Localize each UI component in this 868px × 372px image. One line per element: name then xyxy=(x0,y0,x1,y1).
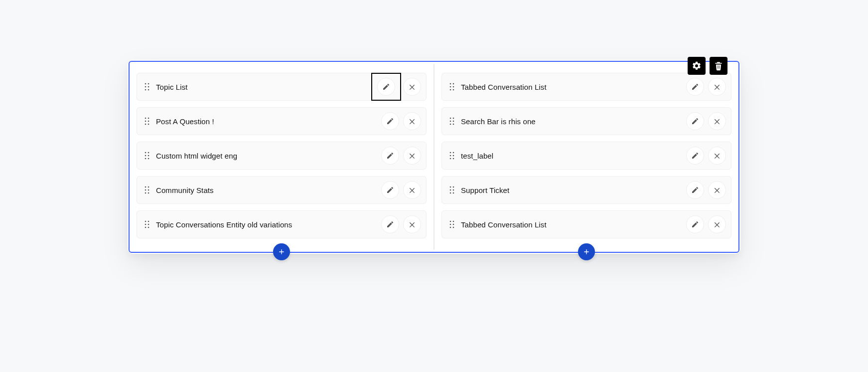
edit-button[interactable] xyxy=(686,181,704,199)
row-actions xyxy=(381,112,421,130)
pencil-icon xyxy=(386,117,394,125)
remove-button[interactable] xyxy=(403,215,421,233)
close-icon xyxy=(408,117,416,125)
focused-edit-wrapper xyxy=(371,73,401,101)
close-icon xyxy=(713,152,721,160)
remove-button[interactable] xyxy=(708,147,726,165)
trash-icon xyxy=(714,61,723,71)
close-icon xyxy=(713,83,721,91)
edit-button[interactable] xyxy=(377,78,395,96)
widget-label: test_label xyxy=(461,152,686,160)
pencil-icon xyxy=(691,186,699,194)
row-actions xyxy=(686,112,726,130)
row-actions xyxy=(686,181,726,199)
close-icon xyxy=(408,220,416,228)
drag-handle-icon[interactable] xyxy=(144,186,150,194)
layout-editor-card: Topic List Post A Questi xyxy=(128,60,740,254)
row-actions xyxy=(381,147,421,165)
add-widget-button-left[interactable] xyxy=(273,243,290,260)
widget-label: Tabbed Conversation List xyxy=(461,83,686,91)
row-actions xyxy=(381,181,421,199)
widget-label: Search Bar is rhis one xyxy=(461,117,686,126)
widget-label: Custom html widget eng xyxy=(156,152,381,160)
close-icon xyxy=(408,186,416,194)
drag-handle-icon[interactable] xyxy=(144,220,150,229)
widget-row[interactable]: Post A Question ! xyxy=(137,107,427,135)
widget-row[interactable]: Community Stats xyxy=(137,176,427,204)
edit-button[interactable] xyxy=(686,147,704,165)
widget-row[interactable]: test_label xyxy=(441,142,731,170)
edit-button[interactable] xyxy=(381,181,399,199)
remove-button[interactable] xyxy=(403,181,421,199)
widget-label: Topic List xyxy=(156,83,373,91)
remove-button[interactable] xyxy=(708,181,726,199)
widget-label: Community Stats xyxy=(156,186,381,194)
widget-label: Tabbed Conversation List xyxy=(461,220,686,229)
pencil-icon xyxy=(691,152,699,160)
widget-row[interactable]: Search Bar is rhis one xyxy=(441,107,731,135)
widget-row[interactable]: Tabbed Conversation List xyxy=(441,210,731,238)
pencil-icon xyxy=(691,220,699,228)
widget-label: Post A Question ! xyxy=(156,117,381,126)
row-actions xyxy=(686,78,726,96)
widget-row[interactable]: Topic List xyxy=(137,73,427,101)
drag-handle-icon[interactable] xyxy=(144,151,150,160)
drag-handle-icon[interactable] xyxy=(449,151,455,160)
edit-button[interactable] xyxy=(381,112,399,130)
columns-container: Topic List Post A Questi xyxy=(130,62,738,252)
settings-button[interactable] xyxy=(688,57,706,75)
close-icon xyxy=(408,83,416,91)
widget-row[interactable]: Topic Conversations Entity old variation… xyxy=(137,210,427,238)
remove-button[interactable] xyxy=(708,215,726,233)
close-icon xyxy=(713,117,721,125)
edit-button[interactable] xyxy=(686,112,704,130)
close-icon xyxy=(408,152,416,160)
row-actions xyxy=(686,147,726,165)
remove-button[interactable] xyxy=(708,112,726,130)
drag-handle-icon[interactable] xyxy=(449,186,455,194)
right-column: Tabbed Conversation List Search Bar is r… xyxy=(434,62,738,252)
widget-row[interactable]: Tabbed Conversation List xyxy=(441,73,731,101)
remove-button[interactable] xyxy=(403,112,421,130)
drag-handle-icon[interactable] xyxy=(449,82,455,91)
drag-handle-icon[interactable] xyxy=(144,117,150,126)
remove-button[interactable] xyxy=(403,147,421,165)
plus-icon xyxy=(278,248,286,256)
pencil-icon xyxy=(386,186,394,194)
pencil-icon xyxy=(386,220,394,228)
drag-handle-icon[interactable] xyxy=(449,220,455,229)
add-widget-button-right[interactable] xyxy=(578,243,595,260)
row-actions xyxy=(381,215,421,233)
edit-button[interactable] xyxy=(686,215,704,233)
left-column: Topic List Post A Questi xyxy=(130,62,434,252)
pencil-icon xyxy=(386,152,394,160)
edit-button[interactable] xyxy=(381,147,399,165)
edit-button[interactable] xyxy=(686,78,704,96)
close-icon xyxy=(713,220,721,228)
pencil-icon xyxy=(691,117,699,125)
row-actions xyxy=(373,78,421,96)
drag-handle-icon[interactable] xyxy=(449,117,455,126)
delete-region-button[interactable] xyxy=(710,57,727,75)
widget-row[interactable]: Custom html widget eng xyxy=(137,142,427,170)
gear-icon xyxy=(692,61,702,71)
row-actions xyxy=(686,215,726,233)
remove-button[interactable] xyxy=(403,78,421,96)
widget-label: Topic Conversations Entity old variation… xyxy=(156,220,381,229)
plus-icon xyxy=(582,248,590,256)
remove-button[interactable] xyxy=(708,78,726,96)
pencil-icon xyxy=(691,83,699,91)
region-toolbar xyxy=(688,57,727,75)
widget-row[interactable]: Support Ticket xyxy=(441,176,731,204)
widget-label: Support Ticket xyxy=(461,186,686,194)
edit-button[interactable] xyxy=(381,215,399,233)
close-icon xyxy=(713,186,721,194)
drag-handle-icon[interactable] xyxy=(144,82,150,91)
selected-region: Topic List Post A Questi xyxy=(129,61,739,253)
pencil-icon xyxy=(382,83,390,91)
